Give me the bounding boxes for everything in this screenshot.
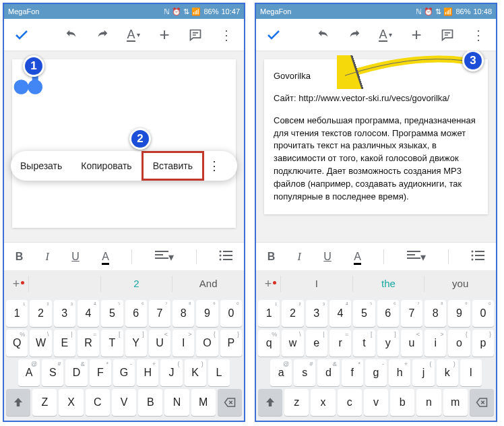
key-G[interactable]: G- (113, 359, 135, 386)
key-X[interactable]: X (59, 389, 83, 416)
bold-button[interactable]: B (15, 251, 24, 263)
key-1[interactable]: 1¹ (6, 300, 28, 327)
key-6[interactable]: 6⁶ (125, 300, 147, 327)
key-Q[interactable]: Q% (6, 330, 28, 357)
underline-button[interactable]: U (323, 251, 332, 263)
shift-key[interactable] (258, 389, 282, 416)
list-button[interactable] (219, 250, 232, 264)
text-format-button[interactable]: A ▾ (120, 22, 147, 49)
key-V[interactable]: V (112, 389, 136, 416)
key-K[interactable]: K) (185, 359, 206, 386)
shift-key[interactable] (6, 389, 30, 416)
key-2[interactable]: 2² (282, 300, 303, 327)
key-s[interactable]: s# (294, 359, 315, 386)
key-7[interactable]: 7⁷ (149, 300, 170, 327)
key-P[interactable]: P} (220, 330, 242, 357)
key-D[interactable]: D& (65, 359, 87, 386)
key-i[interactable]: i> (424, 330, 446, 357)
key-5[interactable]: 5⁵ (353, 300, 375, 327)
key-B[interactable]: B (138, 389, 162, 416)
key-A[interactable]: A@ (18, 359, 40, 386)
italic-button[interactable]: I (46, 251, 49, 263)
key-n[interactable]: n (416, 389, 441, 416)
key-w[interactable]: w\ (282, 330, 303, 357)
comment-button[interactable] (434, 22, 461, 49)
key-p[interactable]: p} (472, 330, 494, 357)
confirm-button[interactable] (260, 22, 287, 49)
key-T[interactable]: T[ (101, 330, 123, 357)
key-W[interactable]: W\ (30, 330, 51, 357)
key-b[interactable]: b (390, 389, 414, 416)
key-a[interactable]: a@ (270, 359, 292, 386)
italic-button[interactable]: I (298, 251, 301, 263)
text-format-button[interactable]: A▾ (372, 22, 399, 49)
align-button[interactable]: ▾ (407, 250, 426, 264)
suggestion-1[interactable] (28, 276, 100, 292)
confirm-button[interactable] (8, 22, 35, 49)
backspace-key[interactable] (218, 389, 242, 416)
key-Y[interactable]: Y] (125, 330, 147, 357)
redo-button[interactable] (89, 22, 116, 49)
key-l[interactable]: l (460, 359, 482, 386)
redo-button[interactable] (341, 22, 368, 49)
key-8[interactable]: 8⁸ (172, 300, 194, 327)
overflow-button[interactable]: ⋮ (465, 22, 492, 49)
suggestion-2[interactable]: 2 (100, 276, 172, 292)
paste-menu-item[interactable]: Вставить (141, 151, 204, 181)
key-M[interactable]: M (191, 389, 216, 416)
text-color-button[interactable]: A (354, 251, 361, 263)
suggestion-3[interactable]: And (172, 276, 244, 292)
key-f[interactable]: f* (342, 359, 363, 386)
key-5[interactable]: 5⁵ (101, 300, 123, 327)
key-4[interactable]: 4⁴ (77, 300, 99, 327)
comment-button[interactable] (182, 22, 209, 49)
editor-area[interactable]: Govorilka Сайт: http://www.vector-ski.ru… (256, 51, 496, 242)
key-7[interactable]: 7⁷ (401, 300, 422, 327)
key-3[interactable]: 3³ (306, 300, 327, 327)
overflow-button[interactable]: ⋮ (213, 22, 240, 49)
key-9[interactable]: 9⁹ (448, 300, 470, 327)
key-2[interactable]: 2² (30, 300, 51, 327)
key-3[interactable]: 3³ (54, 300, 75, 327)
key-d[interactable]: d& (317, 359, 339, 386)
key-C[interactable]: C (86, 389, 110, 416)
key-0[interactable]: 0⁰ (472, 300, 494, 327)
key-o[interactable]: o{ (448, 330, 470, 357)
suggestion-2[interactable]: the (352, 276, 424, 292)
key-U[interactable]: U< (149, 330, 170, 357)
clipboard-button[interactable]: + (256, 277, 280, 291)
key-6[interactable]: 6⁶ (377, 300, 399, 327)
copy-menu-item[interactable]: Копировать (71, 151, 141, 181)
insert-button[interactable]: + (403, 22, 430, 49)
editor-area[interactable]: Вырезать Копировать Вставить ⋮ 1 2 (4, 51, 244, 242)
key-c[interactable]: c (338, 389, 362, 416)
key-H[interactable]: H+ (137, 359, 158, 386)
key-x[interactable]: x (311, 389, 335, 416)
key-q[interactable]: q% (258, 330, 280, 357)
key-e[interactable]: e| (306, 330, 327, 357)
undo-button[interactable] (310, 22, 337, 49)
key-J[interactable]: J( (160, 359, 182, 386)
key-z[interactable]: z (284, 389, 309, 416)
key-1[interactable]: 1¹ (258, 300, 280, 327)
backspace-key[interactable] (470, 389, 494, 416)
key-L[interactable]: L (208, 359, 230, 386)
bold-button[interactable]: B (267, 251, 276, 263)
align-button[interactable]: ▾ (155, 250, 174, 264)
suggestion-3[interactable]: you (424, 276, 496, 292)
key-E[interactable]: E| (54, 330, 75, 357)
key-g[interactable]: g- (365, 359, 387, 386)
key-F[interactable]: F* (90, 359, 111, 386)
key-j[interactable]: j( (412, 359, 434, 386)
key-O[interactable]: O{ (196, 330, 218, 357)
suggestion-1[interactable]: I (280, 276, 352, 292)
cut-menu-item[interactable]: Вырезать (11, 151, 71, 181)
key-Z[interactable]: Z (32, 389, 57, 416)
key-N[interactable]: N (164, 389, 189, 416)
key-h[interactable]: h+ (389, 359, 410, 386)
insert-button[interactable]: + (151, 22, 178, 49)
key-8[interactable]: 8⁸ (424, 300, 446, 327)
key-9[interactable]: 9⁹ (196, 300, 218, 327)
key-t[interactable]: t[ (353, 330, 375, 357)
key-k[interactable]: k) (437, 359, 458, 386)
